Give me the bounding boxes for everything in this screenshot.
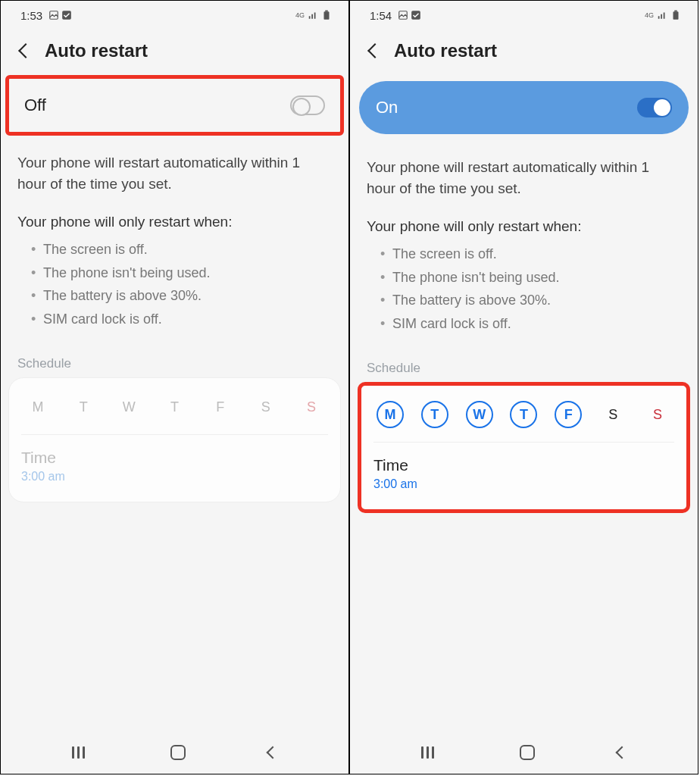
day-fri[interactable]: F — [555, 401, 582, 428]
day-tue[interactable]: T — [70, 393, 97, 421]
nav-bar — [1, 731, 348, 774]
info-conditions-title: Your phone will only restart when: — [367, 218, 681, 235]
status-bar: 1:54 4G — [350, 1, 698, 30]
info-conditions-list: The screen is off. The phone isn't being… — [367, 235, 681, 335]
info-description: Your phone will restart automatically wi… — [367, 157, 681, 199]
schedule-label: Schedule — [1, 333, 348, 377]
day-wed[interactable]: W — [115, 393, 142, 421]
time-label: Time — [373, 456, 674, 474]
nav-back-icon[interactable] — [266, 746, 279, 759]
back-icon[interactable] — [18, 43, 33, 58]
condition-item: The battery is above 30%. — [380, 289, 681, 312]
time-value: 3:00 am — [373, 477, 674, 491]
day-sat[interactable]: S — [252, 393, 280, 421]
toggle-switch-off[interactable] — [290, 95, 325, 115]
nav-home-icon[interactable] — [170, 745, 186, 760]
schedule-card: M T W T F S S Time 3:00 am — [358, 382, 690, 513]
toggle-label: Off — [24, 95, 46, 115]
day-sun[interactable]: S — [644, 401, 671, 428]
day-thu[interactable]: T — [510, 401, 537, 428]
time-label: Time — [21, 449, 328, 467]
svg-rect-6 — [673, 11, 679, 19]
day-fri[interactable]: F — [207, 393, 234, 421]
check-icon — [61, 10, 72, 20]
schedule-label: Schedule — [350, 338, 698, 382]
day-thu[interactable]: T — [161, 393, 188, 421]
battery-icon — [670, 10, 681, 20]
network-type: 4G — [645, 12, 654, 19]
condition-item: The screen is off. — [31, 238, 332, 261]
info-description: Your phone will restart automatically wi… — [17, 152, 332, 194]
page-header: Auto restart — [1, 30, 348, 75]
day-mon[interactable]: M — [377, 401, 404, 428]
network-type: 4G — [295, 12, 305, 19]
condition-item: SIM card lock is off. — [380, 312, 681, 336]
condition-item: The battery is above 30%. — [31, 284, 332, 308]
nav-recent-icon[interactable] — [72, 746, 89, 759]
condition-item: SIM card lock is off. — [31, 308, 332, 331]
battery-icon — [321, 10, 332, 20]
image-icon — [48, 10, 59, 20]
condition-item: The screen is off. — [380, 242, 681, 266]
signal-icon — [308, 10, 318, 20]
check-icon — [411, 10, 421, 20]
page-header: Auto restart — [350, 30, 698, 75]
info-conditions-list: The screen is off. The phone isn't being… — [17, 230, 332, 330]
status-notif-icons — [48, 10, 72, 20]
time-row[interactable]: Time 3:00 am — [21, 435, 328, 483]
info-block: Your phone will restart automatically wi… — [1, 136, 348, 333]
svg-rect-1 — [62, 11, 71, 20]
master-toggle-row[interactable]: On — [359, 81, 689, 134]
condition-item: The phone isn't being used. — [31, 261, 332, 285]
nav-home-icon[interactable] — [520, 745, 535, 760]
day-mon[interactable]: M — [24, 393, 52, 421]
info-block: Your phone will restart automatically wi… — [350, 140, 698, 338]
svg-rect-7 — [674, 11, 677, 12]
day-sat[interactable]: S — [599, 401, 627, 428]
image-icon — [398, 10, 408, 20]
nav-recent-icon[interactable] — [421, 746, 438, 759]
status-time: 1:54 — [370, 9, 392, 22]
schedule-card: M T W T F S S Time 3:00 am — [8, 377, 341, 502]
status-bar: 1:53 4G — [1, 1, 348, 30]
page-title: Auto restart — [394, 40, 497, 61]
nav-back-icon[interactable] — [615, 746, 628, 759]
svg-rect-2 — [324, 11, 330, 19]
status-notif-icons — [398, 10, 421, 20]
time-value: 3:00 am — [21, 470, 328, 483]
page-title: Auto restart — [45, 40, 148, 61]
days-row: M T W T F S S — [21, 393, 328, 435]
svg-rect-5 — [411, 11, 420, 20]
svg-rect-3 — [325, 11, 328, 12]
phone-screen-on: 1:54 4G Auto restart On Your phone will … — [349, 0, 698, 774]
status-time: 1:53 — [20, 9, 42, 22]
signal-icon — [657, 10, 667, 20]
condition-item: The phone isn't being used. — [380, 266, 681, 289]
day-wed[interactable]: W — [466, 401, 493, 428]
info-conditions-title: Your phone will only restart when: — [17, 214, 332, 230]
days-row: M T W T F S S — [373, 401, 674, 443]
day-sun[interactable]: S — [298, 393, 325, 421]
back-icon[interactable] — [367, 43, 383, 58]
toggle-switch-on[interactable] — [637, 98, 672, 117]
nav-bar — [350, 731, 698, 774]
day-tue[interactable]: T — [421, 401, 448, 428]
master-toggle-row[interactable]: Off — [5, 75, 344, 136]
phone-screen-off: 1:53 4G Auto restart Off Your phone will… — [0, 0, 349, 774]
time-row[interactable]: Time 3:00 am — [373, 443, 674, 491]
toggle-label: On — [376, 98, 398, 117]
